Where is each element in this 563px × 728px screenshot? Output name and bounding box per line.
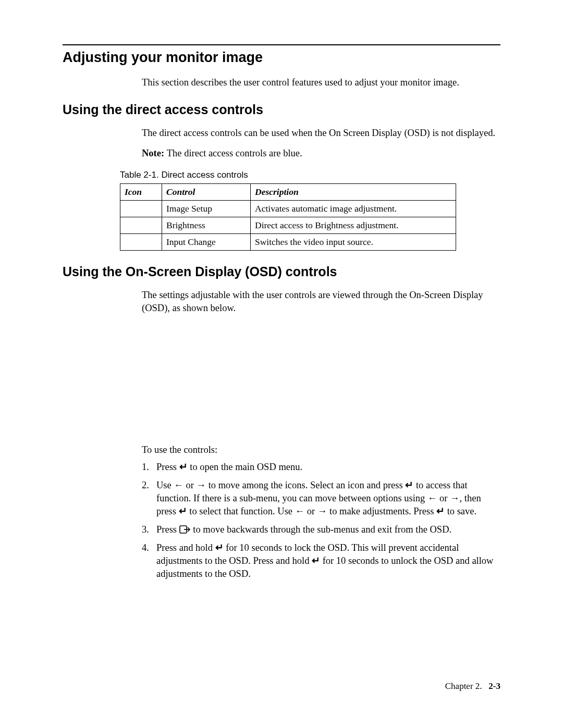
item-text: Use ← or → to move among the icons. Sele… <box>156 479 500 518</box>
th-icon: Icon <box>120 184 162 201</box>
list-item: 1. Press ↵ to open the main OSD menu. <box>142 461 500 474</box>
list-item: 4. Press and hold ↵ for 10 seconds to lo… <box>142 541 500 581</box>
enter-icon: ↵ <box>215 542 224 553</box>
item-number: 3. <box>142 523 156 536</box>
note-line: Note: The direct access controls are blu… <box>142 147 500 159</box>
list-item: 3. Press to move backwards through the s… <box>142 523 500 536</box>
page-title-h1: Adjusting your monitor image <box>63 50 500 66</box>
heading-osd-controls: Using the On-Screen Display (OSD) contro… <box>63 264 500 279</box>
th-description: Description <box>251 184 456 201</box>
th-control: Control <box>162 184 251 201</box>
direct-access-paragraph: The direct access controls can be used w… <box>142 127 500 139</box>
table-header-row: Icon Control Description <box>120 184 456 201</box>
list-intro: To use the controls: <box>142 445 500 455</box>
right-arrow-icon: → <box>197 479 206 490</box>
footer-chapter: Chapter 2. <box>445 681 482 691</box>
section-rule <box>63 44 500 45</box>
table-row: Input Change Switches the video input so… <box>120 234 456 251</box>
note-label: Note: <box>142 148 167 158</box>
td-description: Activates automatic image adjustment. <box>251 201 456 217</box>
td-icon <box>120 201 162 217</box>
list-item: 2. Use ← or → to move among the icons. S… <box>142 479 500 518</box>
left-arrow-icon: ← <box>427 492 437 503</box>
item-number: 4. <box>142 541 156 581</box>
right-arrow-icon: → <box>450 492 460 503</box>
left-arrow-icon: ← <box>295 505 305 516</box>
item-text: Press to move backwards through the sub-… <box>156 523 500 536</box>
note-body: The direct access controls are blue. <box>167 148 302 158</box>
enter-icon: ↵ <box>312 555 320 566</box>
td-icon <box>120 234 162 251</box>
left-arrow-icon: ← <box>174 479 183 490</box>
enter-icon: ↵ <box>179 461 188 472</box>
td-icon <box>120 217 162 234</box>
steps-list: 1. Press ↵ to open the main OSD menu. 2.… <box>142 461 500 581</box>
enter-icon: ↵ <box>436 505 445 516</box>
enter-icon: ↵ <box>179 505 187 516</box>
td-control: Image Setup <box>162 201 251 217</box>
table-row: Brightness Direct access to Brightness a… <box>120 217 456 234</box>
table-row: Image Setup Activates automatic image ad… <box>120 201 456 217</box>
item-text: Press and hold ↵ for 10 seconds to lock … <box>156 541 500 581</box>
table-caption: Table 2-1. Direct access controls <box>120 170 500 180</box>
page-footer: Chapter 2. 2-3 <box>445 681 500 692</box>
td-description: Direct access to Brightness adjustment. <box>251 217 456 234</box>
enter-icon: ↵ <box>405 479 413 490</box>
td-description: Switches the video input source. <box>251 234 456 251</box>
footer-page-number: 2-3 <box>488 681 500 691</box>
td-control: Input Change <box>162 234 251 251</box>
item-text: Press ↵ to open the main OSD menu. <box>156 461 500 474</box>
item-number: 1. <box>142 461 156 474</box>
right-arrow-icon: → <box>317 505 327 516</box>
osd-paragraph: The settings adjustable with the user co… <box>142 289 500 314</box>
intro-paragraph: This section describes the user control … <box>142 76 500 89</box>
exit-icon <box>179 524 191 535</box>
direct-access-table: Icon Control Description Image Setup Act… <box>120 183 500 251</box>
td-control: Brightness <box>162 217 251 234</box>
heading-direct-access: Using the direct access controls <box>63 102 500 117</box>
item-number: 2. <box>142 479 156 518</box>
